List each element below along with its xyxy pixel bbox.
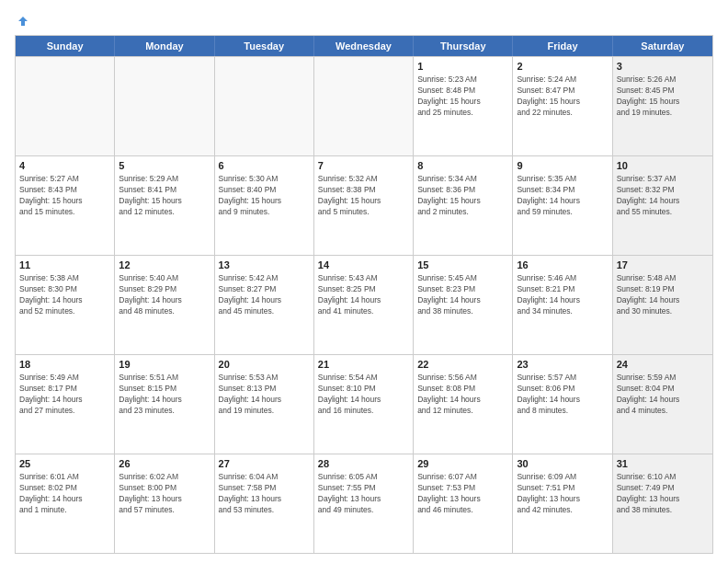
day-number: 12 <box>119 259 210 272</box>
day-info: Sunrise: 6:10 AM Sunset: 7:49 PM Dayligh… <box>617 472 709 516</box>
header-cell-saturday: Saturday <box>613 36 712 56</box>
calendar-cell: 7Sunrise: 5:32 AM Sunset: 8:38 PM Daylig… <box>314 156 414 255</box>
day-info: Sunrise: 5:46 AM Sunset: 8:21 PM Dayligh… <box>517 273 608 317</box>
day-number: 23 <box>517 358 608 372</box>
calendar-cell: 2Sunrise: 5:24 AM Sunset: 8:47 PM Daylig… <box>513 57 612 155</box>
calendar-cell: 30Sunrise: 6:09 AM Sunset: 7:51 PM Dayli… <box>513 454 612 553</box>
day-number: 4 <box>19 159 110 173</box>
calendar-cell: 23Sunrise: 5:57 AM Sunset: 8:06 PM Dayli… <box>513 355 612 454</box>
calendar-cell: 10Sunrise: 5:37 AM Sunset: 8:32 PM Dayli… <box>613 156 712 255</box>
day-number: 13 <box>219 259 310 272</box>
day-info: Sunrise: 5:45 AM Sunset: 8:23 PM Dayligh… <box>417 273 508 317</box>
calendar-cell: 11Sunrise: 5:38 AM Sunset: 8:30 PM Dayli… <box>16 256 115 354</box>
day-number: 17 <box>617 259 709 272</box>
day-number: 28 <box>318 457 409 471</box>
day-info: Sunrise: 5:51 AM Sunset: 8:15 PM Dayligh… <box>119 373 210 417</box>
day-info: Sunrise: 5:53 AM Sunset: 8:13 PM Dayligh… <box>219 373 310 417</box>
calendar-cell: 28Sunrise: 6:05 AM Sunset: 7:55 PM Dayli… <box>314 454 414 553</box>
header-cell-sunday: Sunday <box>16 36 115 56</box>
day-number: 20 <box>219 358 310 372</box>
calendar-cell: 14Sunrise: 5:43 AM Sunset: 8:25 PM Dayli… <box>314 256 414 354</box>
calendar: SundayMondayTuesdayWednesdayThursdayFrid… <box>15 35 713 554</box>
calendar-cell <box>215 57 314 155</box>
header-cell-friday: Friday <box>513 36 612 56</box>
day-info: Sunrise: 5:30 AM Sunset: 8:40 PM Dayligh… <box>219 174 310 218</box>
calendar-cell: 9Sunrise: 5:35 AM Sunset: 8:34 PM Daylig… <box>513 156 612 255</box>
calendar-cell: 17Sunrise: 5:48 AM Sunset: 8:19 PM Dayli… <box>613 256 712 354</box>
calendar-body: 1Sunrise: 5:23 AM Sunset: 8:48 PM Daylig… <box>16 56 712 553</box>
calendar-cell: 6Sunrise: 5:30 AM Sunset: 8:40 PM Daylig… <box>215 156 314 255</box>
day-number: 27 <box>219 457 310 471</box>
day-number: 14 <box>318 259 409 272</box>
day-info: Sunrise: 5:40 AM Sunset: 8:29 PM Dayligh… <box>119 273 210 317</box>
day-info: Sunrise: 5:34 AM Sunset: 8:36 PM Dayligh… <box>417 174 508 218</box>
day-number: 30 <box>517 457 608 471</box>
day-info: Sunrise: 5:56 AM Sunset: 8:08 PM Dayligh… <box>417 373 508 417</box>
day-number: 22 <box>417 358 508 372</box>
day-info: Sunrise: 5:48 AM Sunset: 8:19 PM Dayligh… <box>617 273 709 317</box>
day-number: 10 <box>617 159 709 173</box>
day-info: Sunrise: 5:27 AM Sunset: 8:43 PM Dayligh… <box>19 174 110 218</box>
calendar-cell: 16Sunrise: 5:46 AM Sunset: 8:21 PM Dayli… <box>513 256 612 354</box>
calendar-cell: 8Sunrise: 5:34 AM Sunset: 8:36 PM Daylig… <box>414 156 513 255</box>
day-number: 21 <box>318 358 409 372</box>
day-number: 5 <box>119 159 210 173</box>
day-number: 6 <box>219 159 310 173</box>
calendar-cell: 26Sunrise: 6:02 AM Sunset: 8:00 PM Dayli… <box>115 454 214 553</box>
day-number: 9 <box>517 159 608 173</box>
calendar-cell: 21Sunrise: 5:54 AM Sunset: 8:10 PM Dayli… <box>314 355 414 454</box>
day-info: Sunrise: 5:57 AM Sunset: 8:06 PM Dayligh… <box>517 373 608 417</box>
logo <box>15 15 29 28</box>
calendar-cell <box>16 57 115 155</box>
day-number: 18 <box>19 358 110 372</box>
day-info: Sunrise: 5:38 AM Sunset: 8:30 PM Dayligh… <box>19 273 110 317</box>
header-cell-tuesday: Tuesday <box>215 36 314 56</box>
calendar-week-3: 11Sunrise: 5:38 AM Sunset: 8:30 PM Dayli… <box>16 255 712 354</box>
day-info: Sunrise: 5:35 AM Sunset: 8:34 PM Dayligh… <box>517 174 608 218</box>
calendar-cell: 19Sunrise: 5:51 AM Sunset: 8:15 PM Dayli… <box>115 355 214 454</box>
page: SundayMondayTuesdayWednesdayThursdayFrid… <box>0 0 728 563</box>
day-number: 7 <box>318 159 409 173</box>
calendar-header: SundayMondayTuesdayWednesdayThursdayFrid… <box>16 36 712 56</box>
header-cell-monday: Monday <box>115 36 214 56</box>
day-number: 24 <box>617 358 709 372</box>
day-info: Sunrise: 6:07 AM Sunset: 7:53 PM Dayligh… <box>417 472 508 516</box>
header <box>15 15 713 28</box>
day-number: 3 <box>617 60 709 74</box>
day-info: Sunrise: 5:49 AM Sunset: 8:17 PM Dayligh… <box>19 373 110 417</box>
day-number: 15 <box>417 259 508 272</box>
calendar-cell: 22Sunrise: 5:56 AM Sunset: 8:08 PM Dayli… <box>414 355 513 454</box>
calendar-cell: 25Sunrise: 6:01 AM Sunset: 8:02 PM Dayli… <box>16 454 115 553</box>
calendar-cell: 5Sunrise: 5:29 AM Sunset: 8:41 PM Daylig… <box>115 156 214 255</box>
day-number: 8 <box>417 159 508 173</box>
day-info: Sunrise: 5:54 AM Sunset: 8:10 PM Dayligh… <box>318 373 409 417</box>
calendar-cell: 29Sunrise: 6:07 AM Sunset: 7:53 PM Dayli… <box>414 454 513 553</box>
day-info: Sunrise: 6:05 AM Sunset: 7:55 PM Dayligh… <box>318 472 409 516</box>
calendar-cell: 4Sunrise: 5:27 AM Sunset: 8:43 PM Daylig… <box>16 156 115 255</box>
day-number: 19 <box>119 358 210 372</box>
calendar-cell: 13Sunrise: 5:42 AM Sunset: 8:27 PM Dayli… <box>215 256 314 354</box>
calendar-cell <box>314 57 414 155</box>
calendar-cell: 24Sunrise: 5:59 AM Sunset: 8:04 PM Dayli… <box>613 355 712 454</box>
day-info: Sunrise: 5:42 AM Sunset: 8:27 PM Dayligh… <box>219 273 310 317</box>
calendar-week-1: 1Sunrise: 5:23 AM Sunset: 8:48 PM Daylig… <box>16 56 712 155</box>
calendar-cell: 31Sunrise: 6:10 AM Sunset: 7:49 PM Dayli… <box>613 454 712 553</box>
day-info: Sunrise: 5:43 AM Sunset: 8:25 PM Dayligh… <box>318 273 409 317</box>
day-info: Sunrise: 5:37 AM Sunset: 8:32 PM Dayligh… <box>617 174 709 218</box>
header-cell-thursday: Thursday <box>414 36 513 56</box>
day-info: Sunrise: 6:02 AM Sunset: 8:00 PM Dayligh… <box>119 472 210 516</box>
calendar-cell: 3Sunrise: 5:26 AM Sunset: 8:45 PM Daylig… <box>613 57 712 155</box>
calendar-cell: 27Sunrise: 6:04 AM Sunset: 7:58 PM Dayli… <box>215 454 314 553</box>
day-number: 16 <box>517 259 608 272</box>
day-number: 11 <box>19 259 110 272</box>
calendar-cell: 12Sunrise: 5:40 AM Sunset: 8:29 PM Dayli… <box>115 256 214 354</box>
day-info: Sunrise: 5:24 AM Sunset: 8:47 PM Dayligh… <box>517 75 608 119</box>
calendar-week-5: 25Sunrise: 6:01 AM Sunset: 8:02 PM Dayli… <box>16 454 712 553</box>
day-number: 26 <box>119 457 210 471</box>
header-cell-wednesday: Wednesday <box>314 36 414 56</box>
calendar-cell: 18Sunrise: 5:49 AM Sunset: 8:17 PM Dayli… <box>16 355 115 454</box>
day-info: Sunrise: 6:01 AM Sunset: 8:02 PM Dayligh… <box>19 472 110 516</box>
day-info: Sunrise: 6:04 AM Sunset: 7:58 PM Dayligh… <box>219 472 310 516</box>
day-info: Sunrise: 6:09 AM Sunset: 7:51 PM Dayligh… <box>517 472 608 516</box>
day-info: Sunrise: 5:59 AM Sunset: 8:04 PM Dayligh… <box>617 373 709 417</box>
